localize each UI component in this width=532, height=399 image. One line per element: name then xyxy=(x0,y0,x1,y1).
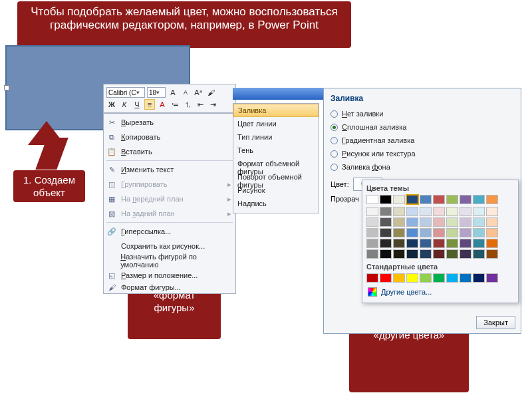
menu-item[interactable]: Сохранить как рисунок... xyxy=(104,239,235,253)
color-swatch[interactable] xyxy=(406,228,418,237)
color-swatch[interactable] xyxy=(433,195,445,204)
underline-button[interactable]: Ч xyxy=(132,99,142,110)
color-swatch[interactable] xyxy=(380,239,392,248)
numbering-button[interactable]: ⒈ xyxy=(182,99,193,110)
menu-item[interactable]: ⧉Копировать xyxy=(104,130,235,144)
color-swatch[interactable] xyxy=(446,228,458,237)
color-swatch[interactable] xyxy=(420,207,432,216)
menu-item[interactable]: Назначить фигурой по умолчанию xyxy=(104,253,235,268)
color-swatch[interactable] xyxy=(433,249,445,259)
format-sidebar-item[interactable]: Тип линии xyxy=(233,132,319,145)
menu-item[interactable]: 📋Вставить xyxy=(104,144,235,159)
color-swatch[interactable] xyxy=(473,273,485,283)
close-button[interactable]: Закрыт xyxy=(476,316,515,329)
color-swatch[interactable] xyxy=(473,207,485,216)
font-color-button[interactable]: A xyxy=(157,99,168,110)
fill-radio-option[interactable]: Нет заливки xyxy=(331,107,514,120)
color-swatch[interactable] xyxy=(486,239,498,248)
format-sidebar-item[interactable]: Цвет линии xyxy=(233,118,319,132)
color-swatch[interactable] xyxy=(380,249,392,259)
fill-radio-option[interactable]: Градиентная заливка xyxy=(331,134,514,147)
format-sidebar-item[interactable]: Надпись xyxy=(233,198,319,211)
color-swatch[interactable] xyxy=(446,249,458,259)
more-colors-item[interactable]: Другие цвета... xyxy=(366,285,514,299)
format-sidebar-item[interactable]: Поворот объемной фигуры xyxy=(233,172,319,185)
color-swatch[interactable] xyxy=(366,249,378,259)
color-swatch[interactable] xyxy=(473,239,485,248)
format-sidebar-selected[interactable]: Заливка xyxy=(233,104,319,117)
color-swatch[interactable] xyxy=(393,228,405,237)
color-swatch[interactable] xyxy=(406,217,418,227)
color-swatch[interactable] xyxy=(486,195,498,204)
color-swatch[interactable] xyxy=(380,195,392,204)
color-swatch[interactable] xyxy=(486,217,498,227)
color-swatch[interactable] xyxy=(460,207,471,216)
decrease-indent-button[interactable]: ⇤ xyxy=(195,99,205,110)
color-swatch[interactable] xyxy=(473,249,485,259)
color-swatch[interactable] xyxy=(420,195,432,204)
color-swatch[interactable] xyxy=(460,195,471,204)
color-swatch[interactable] xyxy=(473,217,485,227)
bold-button[interactable]: Ж xyxy=(106,99,117,110)
color-swatch[interactable] xyxy=(406,207,418,216)
format-sidebar-item[interactable]: Рисунок xyxy=(233,185,319,198)
menu-item[interactable]: 🔗Гиперссылка... xyxy=(104,224,235,239)
format-painter-button[interactable]: 🖌 xyxy=(205,87,216,98)
color-swatch[interactable] xyxy=(420,217,432,227)
color-swatch[interactable] xyxy=(433,273,445,283)
color-swatch[interactable] xyxy=(433,228,445,237)
menu-item[interactable]: ✎Изменить текст xyxy=(104,162,235,177)
color-swatch[interactable] xyxy=(380,273,392,283)
color-swatch[interactable] xyxy=(433,239,445,248)
color-swatch[interactable] xyxy=(433,207,445,216)
color-swatch[interactable] xyxy=(460,228,471,237)
color-swatch[interactable] xyxy=(420,228,432,237)
color-swatch[interactable] xyxy=(486,207,498,216)
color-swatch[interactable] xyxy=(460,239,471,248)
color-swatch[interactable] xyxy=(393,273,405,283)
color-swatch[interactable] xyxy=(446,207,458,216)
color-swatch[interactable] xyxy=(486,273,498,283)
color-swatch[interactable] xyxy=(486,249,498,259)
color-swatch[interactable] xyxy=(473,195,485,204)
color-swatch[interactable] xyxy=(366,228,378,237)
color-swatch[interactable] xyxy=(393,249,405,259)
menu-item[interactable]: 🖌Формат фигуры... xyxy=(104,283,235,292)
color-swatch[interactable] xyxy=(366,273,378,283)
color-swatch[interactable] xyxy=(380,207,392,216)
color-swatch[interactable] xyxy=(366,195,378,204)
menu-item[interactable]: ◱Размер и положение... xyxy=(104,268,235,283)
color-swatch[interactable] xyxy=(406,239,418,248)
increase-indent-button[interactable]: ⇥ xyxy=(207,99,218,110)
color-swatch[interactable] xyxy=(420,273,432,283)
color-swatch[interactable] xyxy=(460,249,471,259)
color-swatch[interactable] xyxy=(366,217,378,227)
bullets-button[interactable]: ≔ xyxy=(170,99,180,110)
color-swatch[interactable] xyxy=(420,239,432,248)
font-size-combo[interactable]: 18▾ xyxy=(147,87,166,98)
color-swatch[interactable] xyxy=(406,195,418,204)
menu-item[interactable]: ✂Вырезать xyxy=(104,115,235,130)
color-swatch[interactable] xyxy=(473,228,485,237)
color-swatch[interactable] xyxy=(406,273,418,283)
color-swatch[interactable] xyxy=(420,249,432,259)
color-swatch[interactable] xyxy=(460,273,471,283)
color-swatch[interactable] xyxy=(460,217,471,227)
fill-radio-option[interactable]: Сплошная заливка xyxy=(331,120,514,134)
color-swatch[interactable] xyxy=(446,273,458,283)
color-swatch[interactable] xyxy=(446,217,458,227)
font-combo[interactable]: Calibri (С▾ xyxy=(106,87,145,98)
color-swatch[interactable] xyxy=(406,249,418,259)
color-swatch[interactable] xyxy=(393,239,405,248)
color-swatch[interactable] xyxy=(366,239,378,248)
color-swatch[interactable] xyxy=(393,217,405,227)
color-swatch[interactable] xyxy=(366,207,378,216)
color-swatch[interactable] xyxy=(446,195,458,204)
fill-radio-option[interactable]: Рисунок или текстура xyxy=(331,147,514,160)
color-swatch[interactable] xyxy=(393,195,405,204)
change-case-button[interactable]: Aᵃ xyxy=(193,87,203,98)
color-swatch[interactable] xyxy=(446,239,458,248)
color-swatch[interactable] xyxy=(486,228,498,237)
shrink-font-button[interactable]: A xyxy=(180,87,191,98)
grow-font-button[interactable]: A xyxy=(168,87,178,98)
